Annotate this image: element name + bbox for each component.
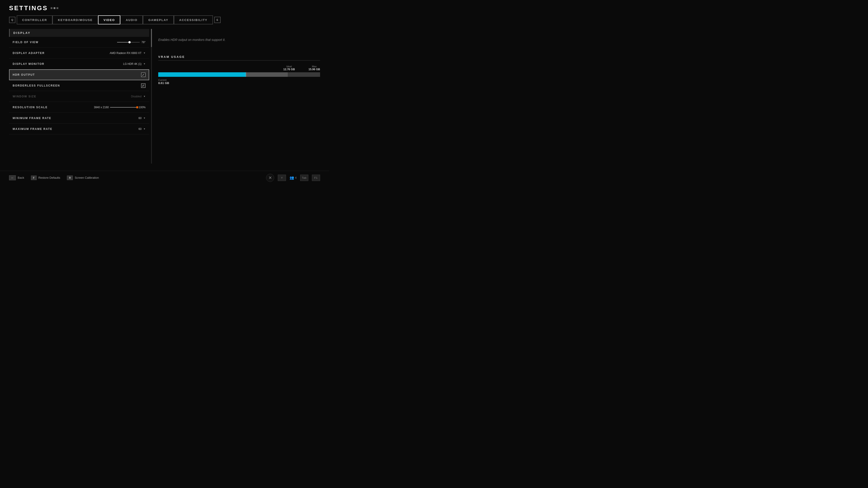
scrollbar-track[interactable] bbox=[151, 29, 152, 164]
vram-label-ideal: Ideal 12.76 GB bbox=[283, 65, 295, 71]
max-frame-rate-value[interactable]: 60 ▼ bbox=[138, 127, 146, 131]
display-monitor-value[interactable]: LG HDR 4K (1) ▼ bbox=[123, 62, 146, 66]
tab-video[interactable]: VIDEO bbox=[98, 15, 120, 24]
window-size-value: Disabled ▼ bbox=[131, 95, 146, 98]
players-count: 4 bbox=[295, 176, 297, 180]
settings-title: SETTINGS bbox=[9, 4, 320, 12]
borderless-fullscreen-checkbox[interactable]: ✓ bbox=[141, 84, 146, 88]
vram-bar-container bbox=[158, 72, 320, 77]
resolution-scale-label: RESOLUTION SCALE bbox=[13, 106, 48, 109]
vram-current-value: 8.61 GB bbox=[158, 81, 320, 85]
restore-label: Restore Defaults bbox=[38, 176, 60, 180]
window-size-label: WINDOW SIZE bbox=[13, 95, 36, 98]
tab-controller[interactable]: CONTROLLER bbox=[17, 15, 53, 24]
display-monitor-label: DISPLAY MONITOR bbox=[13, 62, 44, 66]
btn-y[interactable]: Y bbox=[278, 175, 286, 181]
restore-action[interactable]: F Restore Defaults bbox=[31, 175, 60, 180]
scrollbar-thumb bbox=[151, 29, 152, 47]
display-monitor-arrow: ▼ bbox=[143, 63, 146, 65]
tab-accessibility[interactable]: ACCESSIBILITY bbox=[174, 15, 213, 24]
resolution-slider-thumb[interactable] bbox=[136, 106, 138, 108]
tab-gameplay[interactable]: GAMEPLAY bbox=[143, 15, 174, 24]
calibration-label: Screen Calibration bbox=[74, 176, 99, 180]
setting-row-max-frame-rate: MAXIMUM FRAME RATE 60 ▼ bbox=[9, 124, 149, 134]
right-key-badge: E bbox=[214, 17, 221, 23]
vram-labels-top: Ideal 12.76 GB Max 15.96 GB bbox=[158, 65, 320, 71]
resolution-scale-percent: 100% bbox=[138, 106, 146, 109]
setting-row-resolution-scale: RESOLUTION SCALE 3840 x 2160 100% bbox=[9, 102, 149, 113]
vram-current-label: Current bbox=[158, 78, 320, 81]
bottom-left: ← Back F Restore Defaults R Screen Calib… bbox=[9, 175, 99, 180]
vram-divider-line bbox=[246, 72, 246, 77]
hdr-description: Enables HDR output on monitors that supp… bbox=[158, 38, 320, 41]
display-adapter-value[interactable]: AMD Radeon RX 6900 XT ▼ bbox=[110, 52, 146, 55]
dot-2 bbox=[54, 7, 55, 9]
min-frame-rate-value[interactable]: 60 ▼ bbox=[138, 117, 146, 120]
y-key-icon: Y bbox=[278, 175, 286, 181]
player-count-badge: 👥 4 bbox=[289, 175, 297, 180]
borderless-checkmark: ✓ bbox=[142, 84, 145, 88]
bottom-right: Y 👥 4 Tab F1 bbox=[266, 174, 320, 182]
restore-key-icon: F bbox=[31, 175, 37, 180]
tab-keyboard-mouse[interactable]: KEYBOARD/MOUSE bbox=[53, 15, 98, 24]
min-frame-rate-label: MINIMUM FRAME RATE bbox=[13, 117, 51, 120]
display-adapter-label: DISPLAY ADAPTER bbox=[13, 52, 45, 55]
right-panel: Enables HDR output on monitors that supp… bbox=[158, 29, 320, 164]
resolution-scale-res: 3840 x 2160 bbox=[94, 106, 109, 109]
vram-current-info: Current 8.61 GB bbox=[158, 78, 320, 85]
resolution-scale-value: 3840 x 2160 100% bbox=[94, 106, 146, 109]
setting-row-display-adapter: DISPLAY ADAPTER AMD Radeon RX 6900 XT ▼ bbox=[9, 48, 149, 59]
resolution-slider-track[interactable] bbox=[110, 107, 137, 107]
tab-audio[interactable]: AUDIO bbox=[120, 15, 143, 24]
back-key-icon: ← bbox=[9, 175, 16, 180]
hdr-checkmark: ✓ bbox=[142, 73, 145, 76]
player-icon-circle bbox=[266, 174, 274, 182]
btn-tab[interactable]: Tab bbox=[300, 175, 308, 181]
vram-label-max: Max 15.96 GB bbox=[309, 65, 320, 71]
hdr-output-label: HDR OUTPUT bbox=[13, 73, 35, 76]
setting-row-display-monitor: DISPLAY MONITOR LG HDR 4K (1) ▼ bbox=[9, 59, 149, 69]
settings-container: SETTINGS Q CONTROLLER KEYBOARD/MOUSE VID… bbox=[0, 0, 329, 184]
main-content: DISPLAY FIELD OF VIEW 78° DISPLAY bbox=[9, 29, 320, 164]
min-frame-rate-arrow: ▼ bbox=[143, 117, 146, 119]
setting-row-borderless-fullscreen: BORDERLESS FULLSCREEN ✓ bbox=[9, 80, 149, 91]
back-action[interactable]: ← Back bbox=[9, 175, 24, 180]
fov-value-text: 78° bbox=[142, 41, 146, 44]
borderless-fullscreen-value: ✓ bbox=[141, 84, 146, 88]
vram-section: VRAM USAGE Ideal 12.76 GB Max 15.96 GB bbox=[158, 55, 320, 85]
left-key-badge: Q bbox=[9, 17, 16, 23]
vram-title-line bbox=[158, 60, 320, 61]
setting-row-hdr-output[interactable]: HDR OUTPUT ✓ bbox=[9, 69, 149, 80]
title-text: SETTINGS bbox=[9, 4, 48, 12]
hdr-output-checkbox[interactable]: ✓ bbox=[141, 72, 146, 77]
fov-slider-thumb[interactable] bbox=[128, 41, 131, 43]
fov-slider-container[interactable] bbox=[117, 42, 140, 42]
settings-panel: DISPLAY FIELD OF VIEW 78° DISPLAY bbox=[9, 29, 149, 164]
max-frame-rate-arrow: ▼ bbox=[143, 128, 146, 130]
vram-bar-ideal bbox=[246, 72, 288, 77]
borderless-fullscreen-label: BORDERLESS FULLSCREEN bbox=[13, 84, 60, 87]
max-frame-rate-label: MAXIMUM FRAME RATE bbox=[13, 127, 53, 131]
title-dots bbox=[51, 7, 58, 9]
calibration-key-icon: R bbox=[67, 175, 73, 180]
setting-row-fov: FIELD OF VIEW 78° bbox=[9, 37, 149, 48]
resolution-slider-fill bbox=[110, 107, 137, 107]
fov-slider-fill bbox=[117, 42, 129, 42]
vram-bar-used bbox=[158, 72, 246, 77]
window-size-arrow: ▼ bbox=[143, 95, 146, 98]
tab-key-icon: Tab bbox=[300, 175, 308, 181]
vram-bar-max bbox=[288, 72, 320, 77]
hdr-output-value: ✓ bbox=[141, 72, 146, 77]
back-label: Back bbox=[18, 176, 24, 180]
fov-slider-track[interactable] bbox=[117, 42, 140, 42]
display-adapter-arrow: ▼ bbox=[143, 52, 146, 54]
f1-key-icon: F1 bbox=[312, 175, 320, 181]
btn-f1[interactable]: F1 bbox=[312, 175, 320, 181]
players-icon: 👥 bbox=[289, 175, 294, 180]
setting-row-window-size: WINDOW SIZE Disabled ▼ bbox=[9, 91, 149, 102]
tabs-row: Q CONTROLLER KEYBOARD/MOUSE VIDEO AUDIO … bbox=[9, 15, 320, 24]
bottom-bar: ← Back F Restore Defaults R Screen Calib… bbox=[0, 171, 329, 184]
vram-title: VRAM USAGE bbox=[158, 55, 320, 59]
fov-value: 78° bbox=[117, 41, 146, 44]
calibration-action[interactable]: R Screen Calibration bbox=[67, 175, 99, 180]
